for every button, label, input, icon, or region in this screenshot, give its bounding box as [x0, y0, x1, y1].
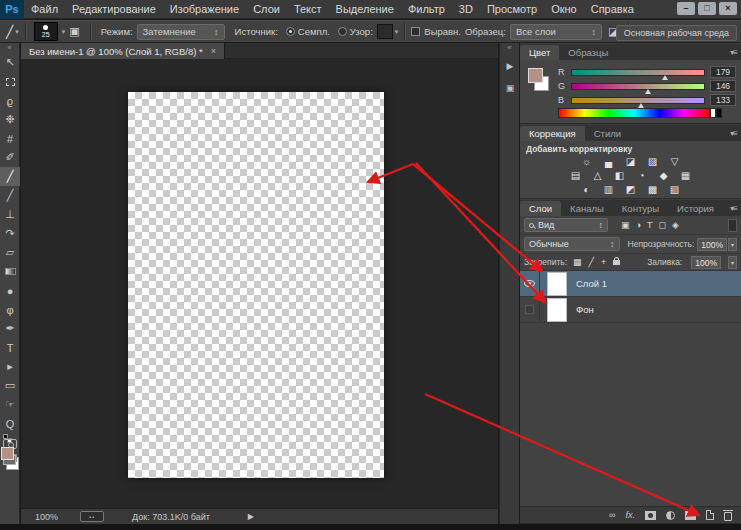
sampled-radio[interactable]	[286, 27, 295, 36]
minimize-button[interactable]: –	[677, 2, 695, 15]
current-tool-icon[interactable]: ╱	[6, 25, 13, 39]
lock-pixels-icon[interactable]: ╱	[589, 257, 594, 267]
layer-row[interactable]: Фон	[520, 297, 741, 323]
layers-tab-каналы[interactable]: Каналы	[561, 201, 613, 216]
link-layers-icon[interactable]: ∞	[609, 510, 615, 520]
hand-tool[interactable]: ☞	[0, 395, 20, 414]
filter-smart-objects-icon[interactable]: ◈	[672, 220, 679, 230]
layers-tab-слои[interactable]: Слои	[520, 201, 561, 216]
gradient-map-icon[interactable]: ▩	[646, 183, 659, 196]
clone-stamp-tool[interactable]: ⊥	[0, 205, 20, 224]
layer-blend-mode-dropdown[interactable]: Обычные ↕	[524, 237, 620, 251]
layer-filter-kind-dropdown[interactable]: Вид ↕	[524, 218, 608, 232]
new-group-icon[interactable]	[685, 511, 696, 520]
menu-слои[interactable]: Слои	[246, 0, 287, 19]
spectrum-black-swatch[interactable]	[716, 108, 722, 118]
close-button[interactable]: ×	[719, 2, 737, 15]
fill-dropdown-icon[interactable]: ▾	[728, 256, 737, 269]
menu-фильтр[interactable]: Фильтр	[401, 0, 452, 19]
hue-saturation-icon[interactable]: ▤	[569, 169, 582, 182]
eye-icon[interactable]	[524, 280, 535, 287]
adjustments-panel-menu-icon[interactable]: ▾≡	[730, 129, 737, 138]
maximize-button[interactable]: □	[698, 2, 716, 15]
menu-изображение[interactable]: Изображение	[163, 0, 246, 19]
toggle-brush-panel-icon[interactable]: ▣	[69, 25, 79, 38]
rectangle-tool[interactable]: ▭	[0, 376, 20, 395]
layer-mask-icon[interactable]	[645, 511, 656, 520]
channel-value[interactable]: 133	[710, 94, 736, 106]
vibrance-icon[interactable]: ▽	[668, 155, 681, 168]
selective-color-icon[interactable]: ▧	[668, 183, 681, 196]
history-brush-tool[interactable]: ↷	[0, 224, 20, 243]
levels-icon[interactable]: ▄	[602, 155, 615, 168]
blur-tool[interactable]: ●	[0, 281, 20, 300]
blend-mode-dropdown[interactable]: Затемнение↕	[137, 24, 225, 40]
canvas-workspace[interactable]	[21, 59, 498, 508]
type-tool[interactable]: T	[0, 338, 20, 357]
eraser-tool[interactable]: ▱	[0, 243, 20, 262]
panel-foreground-swatch[interactable]	[528, 68, 543, 83]
brush-preset-arrow-icon[interactable]: ▾	[62, 28, 66, 36]
opacity-dropdown-icon[interactable]: ▾	[728, 238, 737, 251]
toolbar-collapse-icon[interactable]: «	[0, 43, 19, 53]
marquee-tool[interactable]	[0, 72, 20, 91]
menu-просмотр[interactable]: Просмотр	[480, 0, 544, 19]
delete-layer-icon[interactable]	[724, 510, 732, 521]
threshold-icon[interactable]: ◩	[624, 183, 637, 196]
layer-thumbnail[interactable]	[547, 298, 567, 322]
invert-icon[interactable]: ◐	[580, 183, 593, 196]
channel-mixer-icon[interactable]: ◆	[657, 169, 670, 182]
filter-toggle[interactable]	[728, 219, 737, 232]
expand-panels-icon[interactable]: «	[500, 43, 519, 53]
adjustments-tab-коррекция[interactable]: Коррекция	[520, 126, 585, 141]
document-tab[interactable]: Без имени-1 @ 100% (Слой 1, RGB/8) * ×	[21, 43, 225, 59]
menu-файл[interactable]: Файл	[24, 0, 65, 19]
new-layer-icon[interactable]	[706, 510, 714, 520]
color-tab-образцы[interactable]: Образцы	[559, 45, 617, 60]
fill-value[interactable]: 100%	[691, 256, 721, 269]
layers-tab-контуры[interactable]: Контуры	[613, 201, 668, 216]
eyedropper-tool[interactable]: ✐	[0, 148, 20, 167]
adjustment-layer-icon[interactable]	[666, 511, 675, 520]
move-tool[interactable]: ↖	[0, 53, 20, 72]
color-balance-icon[interactable]: △	[591, 169, 604, 182]
layer-thumbnail[interactable]	[547, 272, 567, 296]
color-spectrum-ramp[interactable]	[558, 108, 710, 118]
zoom-level-field[interactable]: 100%	[35, 512, 58, 522]
layers-tab-история[interactable]: История	[668, 201, 723, 216]
brush-tool[interactable]: ╱	[0, 186, 20, 205]
tab-close-icon[interactable]: ×	[211, 46, 216, 56]
posterize-icon[interactable]: ▥	[602, 183, 615, 196]
healing-brush-tool[interactable]: ╱	[0, 167, 20, 186]
filter-adjustment-layers-icon[interactable]: ◑	[636, 220, 641, 230]
menu-текст[interactable]: Текст	[287, 0, 329, 19]
channel-value[interactable]: 146	[710, 80, 736, 92]
aligned-checkbox[interactable]	[411, 27, 420, 36]
channel-value[interactable]: 179	[710, 66, 736, 78]
layer-visibility-cell[interactable]	[520, 297, 540, 323]
layer-visibility-cell[interactable]	[520, 271, 540, 297]
channel-slider-g[interactable]	[571, 83, 705, 90]
color-lookup-icon[interactable]: ▦	[679, 169, 692, 182]
pen-tool[interactable]: ✒	[0, 319, 20, 338]
sample-layers-dropdown[interactable]: Все слои↕	[510, 24, 602, 40]
workspace-switcher-button[interactable]: Основная рабочая среда	[616, 25, 737, 41]
menu-окно[interactable]: Окно	[544, 0, 584, 19]
curves-icon[interactable]: ◪	[624, 155, 637, 168]
eye-off-box[interactable]	[525, 305, 534, 314]
foreground-color-swatch[interactable]	[1, 447, 14, 460]
crop-tool[interactable]: #	[0, 129, 20, 148]
color-tab-цвет[interactable]: Цвет	[520, 45, 559, 60]
status-options-arrow-icon[interactable]: ▶	[248, 512, 254, 521]
adjustments-tab-стили[interactable]: Стили	[585, 126, 630, 141]
layer-row[interactable]: Слой 1	[520, 271, 741, 297]
slider-thumb-icon[interactable]	[638, 103, 644, 108]
menu-редактирование[interactable]: Редактирование	[65, 0, 163, 19]
lock-all-icon[interactable]	[613, 260, 620, 265]
path-selection-tool[interactable]: ▸	[0, 357, 20, 376]
slider-thumb-icon[interactable]	[662, 75, 668, 80]
lock-transparency-icon[interactable]: ▦	[573, 257, 582, 267]
exposure-icon[interactable]: ▨	[646, 155, 659, 168]
filter-pixel-layers-icon[interactable]: ▣	[621, 220, 630, 230]
opacity-value[interactable]: 100%	[697, 238, 727, 251]
